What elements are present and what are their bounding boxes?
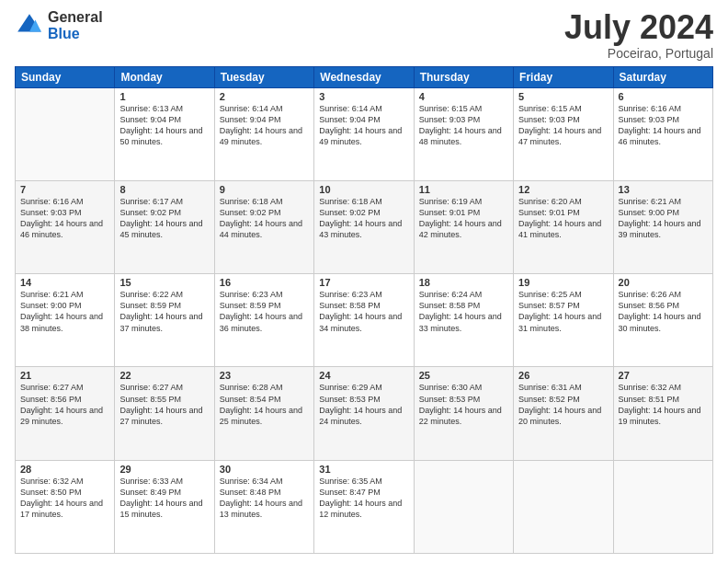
day-cell: 10Sunrise: 6:18 AMSunset: 9:02 PMDayligh… bbox=[314, 180, 414, 273]
day-info: Sunrise: 6:35 AMSunset: 8:47 PMDaylight:… bbox=[319, 476, 408, 521]
day-cell: 11Sunrise: 6:19 AMSunset: 9:01 PMDayligh… bbox=[414, 180, 513, 273]
day-cell: 3Sunrise: 6:14 AMSunset: 9:04 PMDaylight… bbox=[314, 87, 414, 180]
day-number: 30 bbox=[220, 464, 309, 475]
day-header-monday: Monday bbox=[115, 66, 214, 87]
day-header-saturday: Saturday bbox=[613, 66, 712, 87]
month-year: July 2024 bbox=[564, 9, 713, 46]
day-number: 17 bbox=[319, 277, 408, 288]
day-number: 14 bbox=[20, 277, 109, 288]
day-info: Sunrise: 6:19 AMSunset: 9:01 PMDaylight:… bbox=[419, 196, 508, 241]
day-cell: 25Sunrise: 6:30 AMSunset: 8:53 PMDayligh… bbox=[414, 367, 513, 460]
day-info: Sunrise: 6:14 AMSunset: 9:04 PMDaylight:… bbox=[220, 103, 309, 148]
day-number: 27 bbox=[619, 370, 708, 381]
day-info: Sunrise: 6:28 AMSunset: 8:54 PMDaylight:… bbox=[220, 382, 309, 427]
day-cell: 31Sunrise: 6:35 AMSunset: 8:47 PMDayligh… bbox=[314, 460, 414, 553]
day-cell: 17Sunrise: 6:23 AMSunset: 8:58 PMDayligh… bbox=[314, 274, 414, 367]
day-info: Sunrise: 6:29 AMSunset: 8:53 PMDaylight:… bbox=[319, 382, 408, 427]
day-cell: 20Sunrise: 6:26 AMSunset: 8:56 PMDayligh… bbox=[613, 274, 712, 367]
day-number: 20 bbox=[619, 277, 708, 288]
day-info: Sunrise: 6:18 AMSunset: 9:02 PMDaylight:… bbox=[220, 196, 309, 241]
day-cell: 12Sunrise: 6:20 AMSunset: 9:01 PMDayligh… bbox=[514, 180, 613, 273]
day-number: 19 bbox=[518, 277, 608, 288]
day-cell: 21Sunrise: 6:27 AMSunset: 8:56 PMDayligh… bbox=[16, 367, 115, 460]
day-number: 5 bbox=[518, 91, 608, 102]
day-info: Sunrise: 6:23 AMSunset: 8:59 PMDaylight:… bbox=[220, 289, 309, 334]
day-cell: 18Sunrise: 6:24 AMSunset: 8:58 PMDayligh… bbox=[414, 274, 513, 367]
day-number: 2 bbox=[220, 91, 309, 102]
title-block: July 2024 Poceirao, Portugal bbox=[564, 9, 713, 61]
day-number: 6 bbox=[619, 91, 708, 102]
day-info: Sunrise: 6:14 AMSunset: 9:04 PMDaylight:… bbox=[319, 103, 408, 148]
day-cell: 1Sunrise: 6:13 AMSunset: 9:04 PMDaylight… bbox=[115, 87, 214, 180]
day-cell: 19Sunrise: 6:25 AMSunset: 8:57 PMDayligh… bbox=[514, 274, 613, 367]
day-cell: 29Sunrise: 6:33 AMSunset: 8:49 PMDayligh… bbox=[115, 460, 214, 553]
day-cell: 16Sunrise: 6:23 AMSunset: 8:59 PMDayligh… bbox=[214, 274, 313, 367]
week-row-0: 1Sunrise: 6:13 AMSunset: 9:04 PMDaylight… bbox=[16, 87, 713, 180]
day-cell: 13Sunrise: 6:21 AMSunset: 9:00 PMDayligh… bbox=[613, 180, 712, 273]
day-cell: 15Sunrise: 6:22 AMSunset: 8:59 PMDayligh… bbox=[115, 274, 214, 367]
day-info: Sunrise: 6:23 AMSunset: 8:58 PMDaylight:… bbox=[319, 289, 408, 334]
day-cell: 22Sunrise: 6:27 AMSunset: 8:55 PMDayligh… bbox=[115, 367, 214, 460]
day-number: 29 bbox=[119, 464, 209, 475]
day-number: 7 bbox=[20, 184, 109, 195]
week-row-2: 14Sunrise: 6:21 AMSunset: 9:00 PMDayligh… bbox=[16, 274, 713, 367]
day-info: Sunrise: 6:32 AMSunset: 8:50 PMDaylight:… bbox=[20, 476, 109, 521]
day-header-sunday: Sunday bbox=[16, 66, 115, 87]
logo-text: General Blue bbox=[48, 9, 103, 41]
day-number: 28 bbox=[20, 464, 109, 475]
day-cell: 28Sunrise: 6:32 AMSunset: 8:50 PMDayligh… bbox=[16, 460, 115, 553]
day-number: 10 bbox=[319, 184, 408, 195]
day-info: Sunrise: 6:22 AMSunset: 8:59 PMDaylight:… bbox=[119, 289, 209, 334]
day-header-friday: Friday bbox=[514, 66, 613, 87]
day-cell bbox=[16, 87, 115, 180]
day-info: Sunrise: 6:20 AMSunset: 9:01 PMDaylight:… bbox=[518, 196, 608, 241]
day-number: 11 bbox=[419, 184, 508, 195]
day-info: Sunrise: 6:24 AMSunset: 8:58 PMDaylight:… bbox=[419, 289, 508, 334]
day-header-thursday: Thursday bbox=[414, 66, 513, 87]
logo-blue: Blue bbox=[48, 26, 103, 42]
day-info: Sunrise: 6:31 AMSunset: 8:52 PMDaylight:… bbox=[518, 382, 608, 427]
day-info: Sunrise: 6:17 AMSunset: 9:02 PMDaylight:… bbox=[119, 196, 209, 241]
day-cell: 4Sunrise: 6:15 AMSunset: 9:03 PMDaylight… bbox=[414, 87, 513, 180]
day-number: 18 bbox=[419, 277, 508, 288]
day-cell: 8Sunrise: 6:17 AMSunset: 9:02 PMDaylight… bbox=[115, 180, 214, 273]
day-info: Sunrise: 6:25 AMSunset: 8:57 PMDaylight:… bbox=[518, 289, 608, 334]
day-number: 24 bbox=[319, 370, 408, 381]
day-cell bbox=[514, 460, 613, 553]
week-row-3: 21Sunrise: 6:27 AMSunset: 8:56 PMDayligh… bbox=[16, 367, 713, 460]
day-cell: 26Sunrise: 6:31 AMSunset: 8:52 PMDayligh… bbox=[514, 367, 613, 460]
day-info: Sunrise: 6:30 AMSunset: 8:53 PMDaylight:… bbox=[419, 382, 508, 427]
day-info: Sunrise: 6:18 AMSunset: 9:02 PMDaylight:… bbox=[319, 196, 408, 241]
day-number: 13 bbox=[619, 184, 708, 195]
day-number: 4 bbox=[419, 91, 508, 102]
day-number: 12 bbox=[518, 184, 608, 195]
day-cell: 27Sunrise: 6:32 AMSunset: 8:51 PMDayligh… bbox=[613, 367, 712, 460]
day-info: Sunrise: 6:21 AMSunset: 9:00 PMDaylight:… bbox=[619, 196, 708, 241]
day-number: 15 bbox=[119, 277, 209, 288]
day-info: Sunrise: 6:33 AMSunset: 8:49 PMDaylight:… bbox=[119, 476, 209, 521]
day-number: 16 bbox=[220, 277, 309, 288]
day-info: Sunrise: 6:26 AMSunset: 8:56 PMDaylight:… bbox=[619, 289, 708, 334]
day-number: 3 bbox=[319, 91, 408, 102]
day-number: 8 bbox=[119, 184, 209, 195]
page: General Blue July 2024 Poceirao, Portuga… bbox=[0, 0, 728, 563]
location: Poceirao, Portugal bbox=[564, 46, 713, 61]
day-info: Sunrise: 6:34 AMSunset: 8:48 PMDaylight:… bbox=[220, 476, 309, 521]
header: General Blue July 2024 Poceirao, Portuga… bbox=[15, 9, 713, 61]
day-number: 9 bbox=[220, 184, 309, 195]
day-cell: 2Sunrise: 6:14 AMSunset: 9:04 PMDaylight… bbox=[214, 87, 313, 180]
day-number: 22 bbox=[119, 370, 209, 381]
day-cell: 9Sunrise: 6:18 AMSunset: 9:02 PMDaylight… bbox=[214, 180, 313, 273]
week-row-4: 28Sunrise: 6:32 AMSunset: 8:50 PMDayligh… bbox=[16, 460, 713, 553]
day-info: Sunrise: 6:27 AMSunset: 8:56 PMDaylight:… bbox=[20, 382, 109, 427]
day-cell: 14Sunrise: 6:21 AMSunset: 9:00 PMDayligh… bbox=[16, 274, 115, 367]
day-number: 26 bbox=[518, 370, 608, 381]
week-row-1: 7Sunrise: 6:16 AMSunset: 9:03 PMDaylight… bbox=[16, 180, 713, 273]
day-number: 31 bbox=[319, 464, 408, 475]
day-cell: 6Sunrise: 6:16 AMSunset: 9:03 PMDaylight… bbox=[613, 87, 712, 180]
day-cell bbox=[414, 460, 513, 553]
day-header-tuesday: Tuesday bbox=[214, 66, 313, 87]
logo-icon bbox=[15, 11, 44, 40]
day-number: 1 bbox=[119, 91, 209, 102]
day-cell: 7Sunrise: 6:16 AMSunset: 9:03 PMDaylight… bbox=[16, 180, 115, 273]
